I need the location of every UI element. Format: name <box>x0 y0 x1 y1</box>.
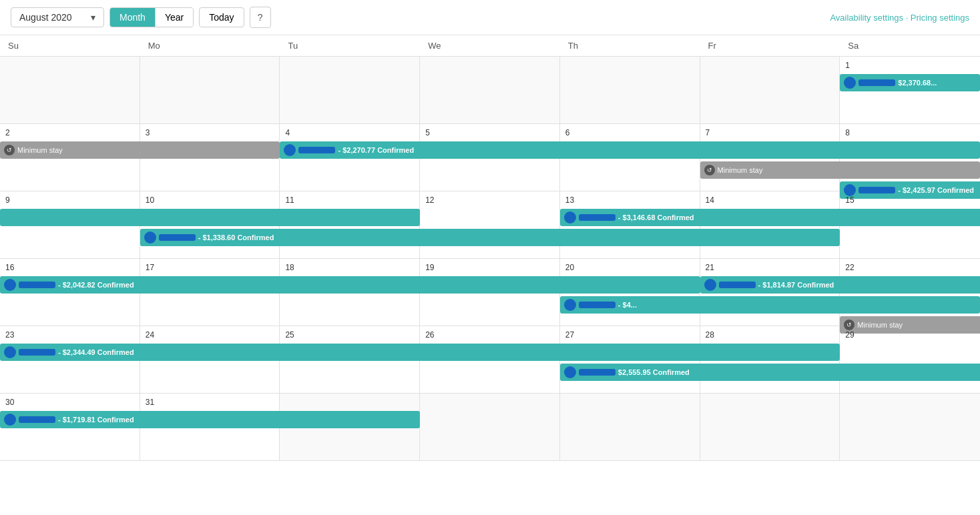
cell-date: 10 <box>140 194 280 207</box>
calendar-cell-empty-0 <box>0 57 140 123</box>
event-label: - $4... <box>618 301 637 309</box>
day-header-fr: Fr <box>700 35 840 56</box>
event-bar-ev15[interactable]: - $1,719.81 Confirmed <box>0 411 420 428</box>
view-buttons: Month Year <box>109 7 194 27</box>
avatar <box>4 414 16 426</box>
min-stay-icon: ↺ <box>4 145 15 155</box>
chevron-down-icon: ▾ <box>91 12 95 23</box>
cell-date: 18 <box>280 262 419 275</box>
cell-date: 30 <box>0 396 140 410</box>
question-mark-icon: ? <box>258 12 263 23</box>
cell-date: 17 <box>140 262 280 275</box>
week-row-1: 2345678↺Minimum stay- $2,270.77 Confirme… <box>0 124 980 191</box>
cell-date: 25 <box>280 329 419 342</box>
cell-date: 20 <box>560 262 700 275</box>
calendar-cell-empty-2 <box>280 57 420 123</box>
week-row-5: 3031- $1,719.81 Confirmed <box>0 394 980 461</box>
event-label: - $3,146.68 Confirmed <box>618 213 694 221</box>
cell-date: 22 <box>840 262 980 275</box>
event-bar-ev4[interactable]: ↺Minimum stay <box>700 161 980 179</box>
cell-date: 19 <box>420 262 559 275</box>
year-view-button[interactable]: Year <box>156 8 193 27</box>
month-selector[interactable]: August 2020 ▾ <box>11 7 104 27</box>
cell-date: 13 <box>560 194 700 207</box>
cell-date: 14 <box>700 194 840 207</box>
min-stay-icon: ↺ <box>704 165 715 175</box>
day-header-tu: Tu <box>280 35 420 56</box>
calendar-header: SuMoTuWeThFrSa <box>0 35 980 57</box>
week-row-0: 1$2,370.68... <box>0 57 980 124</box>
cell-date: 5 <box>420 127 559 140</box>
cell-date: 24 <box>140 329 280 342</box>
cell-date: 4 <box>280 127 419 140</box>
week-row-3: 16171819202122- $2,042.82 Confirmed- $4.… <box>0 259 980 326</box>
avatar <box>564 299 576 311</box>
event-bar-ev7[interactable]: - $1,338.60 Confirmed <box>140 229 840 246</box>
cell-date: 27 <box>560 329 700 342</box>
guest-name-redacted <box>298 147 335 153</box>
cell-date: 11 <box>280 194 419 207</box>
month-label: August 2020 <box>19 12 72 23</box>
guest-name-redacted <box>719 282 756 288</box>
event-bar-ev1[interactable]: $2,370.68... <box>840 74 980 91</box>
avatar <box>144 231 156 243</box>
event-bar-ev6[interactable] <box>0 209 420 226</box>
cell-date: 8 <box>840 127 980 140</box>
cell-date: 15 <box>840 194 980 207</box>
month-view-button[interactable]: Month <box>110 8 156 27</box>
event-label: - $2,042.82 Confirmed <box>58 281 134 289</box>
cell-date: 6 <box>560 127 700 140</box>
event-bar-ev10[interactable]: - $4... <box>560 296 980 314</box>
event-label: - $1,814.87 Confirmed <box>758 281 834 289</box>
event-label: - $1,719.81 Confirmed <box>58 416 134 424</box>
week-row-4: 23242526272829- $2,344.49 Confirmed$2,55… <box>0 326 980 394</box>
event-bar-ev8[interactable]: - $3,146.68 Confirmed <box>560 209 980 226</box>
event-label: - $2,344.49 Confirmed <box>58 348 134 356</box>
guest-name-redacted <box>579 302 616 308</box>
event-bar-ev9[interactable]: - $2,042.82 Confirmed <box>0 276 700 294</box>
today-button[interactable]: Today <box>199 7 244 27</box>
cell-date: 7 <box>700 127 840 140</box>
day-header-we: We <box>420 35 560 56</box>
settings-text[interactable]: Availability settings · Pricing settings <box>830 13 969 23</box>
day-header-mo: Mo <box>140 35 280 56</box>
guest-name-redacted <box>579 214 616 221</box>
guest-name-redacted <box>19 282 55 288</box>
event-label: Minimum stay <box>17 146 63 154</box>
event-label: - $1,338.60 Confirmed <box>198 233 274 241</box>
avatar <box>284 144 296 156</box>
avatar <box>704 279 716 291</box>
calendar-cell-empty-3 <box>420 57 560 123</box>
event-label: $2,370.68... <box>898 79 937 87</box>
guest-name-redacted <box>579 369 616 376</box>
calendar-cell-empty-3 <box>420 394 560 460</box>
day-header-sa: Sa <box>840 35 980 56</box>
event-label: Minimum stay <box>718 166 763 174</box>
event-bar-ev2[interactable]: ↺Minimum stay <box>0 141 280 159</box>
day-header-su: Su <box>0 35 140 56</box>
calendar-cell-empty-1 <box>140 57 280 123</box>
guest-name-redacted <box>159 234 196 241</box>
event-bar-ev3[interactable]: - $2,270.77 Confirmed <box>280 141 980 159</box>
cell-date: 3 <box>140 127 280 140</box>
cell-date: 2 <box>0 127 140 140</box>
calendar-body: 1$2,370.68...2345678↺Minimum stay- $2,27… <box>0 57 980 461</box>
event-bar-ev11[interactable]: - $1,814.87 Confirmed <box>700 276 980 294</box>
settings-links[interactable]: Availability settings · Pricing settings <box>830 13 969 23</box>
avatar <box>4 346 16 358</box>
event-bar-ev14[interactable]: $2,555.95 Confirmed <box>560 364 980 381</box>
top-bar: August 2020 ▾ Month Year Today ? Availab… <box>0 0 980 35</box>
event-label: $2,555.95 Confirmed <box>618 368 690 376</box>
cell-date: 16 <box>0 262 140 275</box>
day-header-th: Th <box>560 35 700 56</box>
calendar-cell-empty-5 <box>700 394 840 460</box>
calendar-cell-empty-4 <box>560 57 700 123</box>
help-button[interactable]: ? <box>250 7 271 28</box>
calendar-cell-12: 12 <box>420 191 560 258</box>
calendar-cell-empty-6 <box>840 394 980 460</box>
avatar <box>4 279 16 291</box>
event-bar-ev13[interactable]: - $2,344.49 Confirmed <box>0 344 840 361</box>
calendar-cell-empty-5 <box>700 57 840 123</box>
cell-date: 31 <box>140 396 280 410</box>
cell-date: 26 <box>420 329 559 342</box>
